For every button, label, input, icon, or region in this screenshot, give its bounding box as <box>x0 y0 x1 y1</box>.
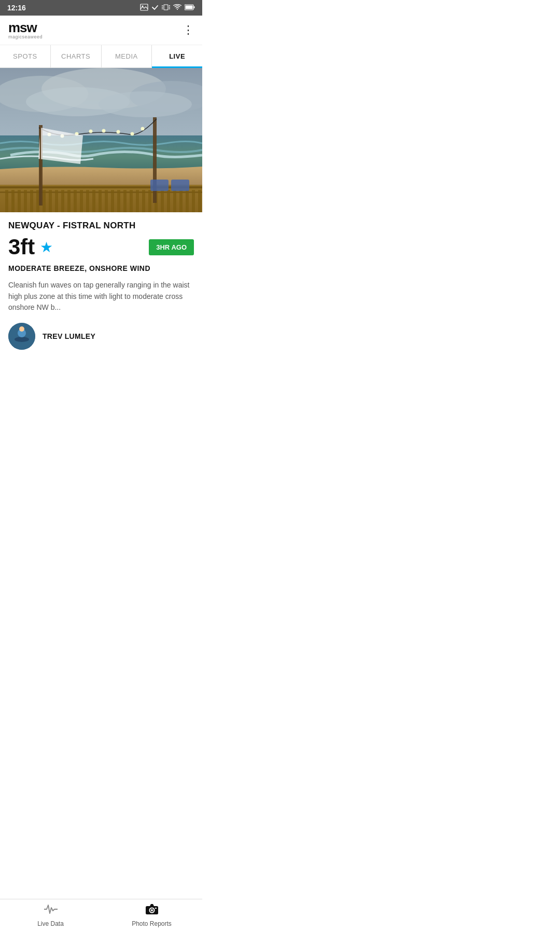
tab-bar: SPOTS CHARTS MEDIA LIVE <box>0 45 202 68</box>
svg-rect-25 <box>24 190 27 212</box>
battery-icon <box>185 4 195 12</box>
svg-rect-33 <box>74 190 77 212</box>
gallery-icon <box>140 4 148 12</box>
tab-spots[interactable]: SPOTS <box>0 45 51 67</box>
svg-rect-66 <box>171 180 189 191</box>
svg-rect-2 <box>164 5 168 10</box>
report-content: NEWQUAY - FISTRAL NORTH 3ft ★ 3HR AGO MO… <box>0 212 202 363</box>
svg-rect-28 <box>43 190 46 212</box>
svg-rect-10 <box>194 6 195 8</box>
svg-rect-43 <box>136 190 139 212</box>
svg-point-70 <box>19 326 24 332</box>
svg-rect-35 <box>86 190 89 212</box>
tab-charts[interactable]: CHARTS <box>51 45 102 67</box>
tab-live[interactable]: LIVE <box>152 45 202 67</box>
logo-text: msw <box>8 21 43 34</box>
svg-point-68 <box>15 337 29 342</box>
svg-rect-47 <box>161 190 164 212</box>
svg-rect-32 <box>67 190 71 212</box>
svg-rect-44 <box>142 190 145 212</box>
status-bar: 12:16 <box>0 0 202 16</box>
wave-info: 3ft ★ <box>8 236 53 258</box>
svg-point-60 <box>102 129 106 133</box>
svg-rect-30 <box>55 190 58 212</box>
svg-rect-29 <box>49 190 52 212</box>
wave-row: 3ft ★ 3HR AGO <box>8 236 194 258</box>
svg-rect-50 <box>179 190 183 212</box>
reporter-name: TREV LUMLEY <box>43 332 95 340</box>
svg-rect-49 <box>173 190 176 212</box>
svg-rect-24 <box>18 190 21 212</box>
svg-rect-37 <box>99 190 102 212</box>
svg-rect-22 <box>5 190 8 212</box>
logo-subtitle: magicseaweed <box>8 34 43 39</box>
star-rating: ★ <box>40 239 53 256</box>
svg-rect-51 <box>186 190 189 212</box>
svg-rect-38 <box>105 190 108 212</box>
svg-point-61 <box>117 130 120 134</box>
svg-rect-48 <box>167 190 170 212</box>
svg-point-17 <box>99 91 192 117</box>
report-description: Cleanish fun waves on tap generally rang… <box>8 280 194 313</box>
checkmark-icon <box>151 4 159 12</box>
hero-beach-image <box>0 68 202 212</box>
location-name: NEWQUAY - FISTRAL NORTH <box>8 221 194 231</box>
svg-rect-39 <box>111 190 114 212</box>
svg-rect-52 <box>192 190 195 212</box>
tab-media[interactable]: MEDIA <box>102 45 152 67</box>
status-icons <box>140 4 195 12</box>
svg-rect-36 <box>92 190 95 212</box>
svg-rect-31 <box>61 190 64 212</box>
svg-rect-26 <box>30 190 33 212</box>
status-time: 12:16 <box>7 4 26 12</box>
svg-rect-23 <box>11 190 15 212</box>
vibrate-icon <box>162 4 170 12</box>
svg-rect-45 <box>148 190 151 212</box>
wifi-icon <box>173 4 181 12</box>
svg-rect-53 <box>198 190 201 212</box>
svg-rect-42 <box>130 190 133 212</box>
svg-rect-0 <box>141 4 148 10</box>
reporter-row: TREV LUMLEY <box>8 323 194 350</box>
svg-rect-40 <box>117 190 120 212</box>
svg-rect-11 <box>186 5 193 9</box>
more-menu-button[interactable]: ⋮ <box>183 24 194 36</box>
logo: msw magicseaweed <box>8 21 43 39</box>
wind-condition: MODERATE BREEZE, ONSHORE WIND <box>8 264 194 272</box>
svg-point-63 <box>141 127 145 131</box>
svg-rect-41 <box>123 190 127 212</box>
avatar <box>8 323 35 350</box>
app-header: msw magicseaweed ⋮ <box>0 16 202 45</box>
avatar-image <box>8 323 35 350</box>
svg-point-62 <box>131 132 134 136</box>
time-ago-badge: 3HR AGO <box>149 239 194 255</box>
svg-point-59 <box>89 130 93 133</box>
svg-rect-34 <box>80 190 83 212</box>
svg-rect-65 <box>150 180 169 191</box>
wave-height: 3ft <box>8 236 35 258</box>
